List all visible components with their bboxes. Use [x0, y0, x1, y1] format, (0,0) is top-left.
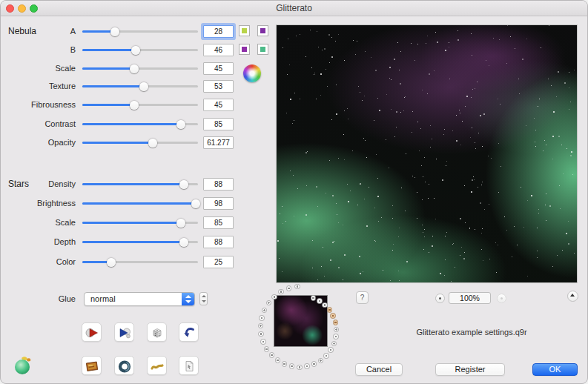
memory-dot[interactable] [317, 298, 323, 304]
slider-row-texture: Texture [1, 80, 272, 93]
texture-slider[interactable] [82, 80, 198, 93]
contrast-slider[interactable] [82, 118, 198, 130]
a-value-field[interactable] [203, 25, 234, 38]
color-swatch-b-1[interactable] [239, 44, 250, 55]
ring-button[interactable] [114, 356, 134, 375]
fibrousness-value-field[interactable] [203, 99, 234, 111]
preview-canvas[interactable] [276, 24, 578, 283]
scale-slider[interactable] [82, 216, 198, 229]
memory-dot[interactable] [258, 331, 264, 337]
color-swatch-a-1[interactable] [239, 25, 250, 36]
slider-row-color: Color [1, 256, 272, 268]
slider-handle[interactable] [176, 219, 185, 228]
memory-dot[interactable] [297, 365, 303, 371]
memory-dot[interactable] [311, 361, 317, 367]
slider-handle[interactable] [148, 139, 157, 148]
memory-dot[interactable] [286, 285, 292, 291]
scale-value-field[interactable] [203, 62, 234, 75]
slider-handle[interactable] [179, 180, 188, 189]
memory-dot[interactable] [269, 352, 275, 358]
memory-dot[interactable] [260, 339, 266, 345]
contrast-value-field[interactable] [203, 118, 234, 130]
slider-handle[interactable] [130, 64, 139, 73]
help-button[interactable]: ? [356, 291, 369, 304]
memory-dot[interactable] [318, 358, 324, 364]
b-value-field[interactable] [203, 44, 234, 56]
memory-dot[interactable] [271, 294, 277, 300]
memory-dot[interactable] [323, 353, 329, 359]
zoom-out-button[interactable] [435, 294, 445, 303]
b-slider[interactable] [82, 44, 198, 56]
slider-handle[interactable] [139, 82, 148, 91]
memory-dot[interactable] [278, 289, 284, 295]
slider-handle[interactable] [179, 238, 188, 247]
memory-dot[interactable] [289, 363, 295, 369]
color-slider[interactable] [82, 256, 198, 268]
nebula-render [277, 25, 577, 282]
memory-dot[interactable] [327, 307, 333, 313]
paste-settings-button[interactable] [179, 356, 199, 375]
slider-row-b: B [1, 44, 272, 56]
texture-value-field[interactable] [203, 80, 234, 93]
slider-label: Contrast [1, 118, 76, 130]
memory-dot[interactable] [333, 334, 339, 340]
slider-row-contrast: Contrast [1, 118, 272, 130]
memory-dot[interactable] [275, 357, 281, 363]
slider-handle[interactable] [107, 258, 116, 267]
scale-value-field[interactable] [203, 216, 234, 229]
memory-dot[interactable] [328, 347, 334, 353]
memory-dot[interactable] [262, 308, 268, 314]
popup-chevrons-icon [182, 293, 194, 305]
slider-label: Texture [1, 80, 76, 93]
slider-handle[interactable] [176, 120, 185, 129]
memory-dot[interactable] [304, 363, 310, 369]
zoom-level-field[interactable]: 100% [449, 292, 491, 304]
glue-stepper[interactable] [199, 292, 208, 305]
brightness-value-field[interactable] [203, 197, 234, 210]
color-swatch-a-2[interactable] [257, 25, 268, 36]
red-arrow-dice-button[interactable] [82, 322, 102, 342]
density-value-field[interactable] [203, 178, 234, 191]
cancel-button[interactable]: Cancel [355, 363, 403, 376]
memory-dot[interactable] [259, 315, 265, 321]
ok-button[interactable]: OK [532, 363, 578, 376]
density-slider[interactable] [82, 178, 198, 191]
memory-dot[interactable] [331, 341, 337, 347]
squiggle-button[interactable] [147, 356, 167, 375]
depth-value-field[interactable] [203, 236, 234, 248]
photo-button[interactable] [82, 356, 102, 375]
register-button[interactable]: Register [435, 363, 505, 376]
a-slider[interactable] [82, 25, 198, 38]
slider-label: Scale [1, 216, 76, 229]
memory-dot[interactable] [334, 327, 340, 333]
zoom-in-button[interactable] [497, 294, 506, 303]
blue-arrow-dice-button[interactable] [114, 322, 134, 342]
color-swatch-b-2[interactable] [257, 44, 268, 55]
memory-dot[interactable] [282, 361, 288, 367]
dice-button[interactable] [147, 322, 167, 342]
slider-handle[interactable] [110, 27, 119, 36]
glue-popup[interactable]: normal [84, 292, 195, 306]
color-value-field[interactable] [203, 256, 234, 268]
memory-dot[interactable] [258, 323, 264, 329]
glue-label: Glue [1, 293, 76, 305]
slider-handle[interactable] [131, 46, 140, 55]
scale-slider[interactable] [82, 62, 198, 75]
undo-arrow-button[interactable] [179, 322, 199, 342]
slider-handle[interactable] [130, 101, 139, 110]
depth-slider[interactable] [82, 236, 198, 248]
color-wheel-icon[interactable] [243, 64, 261, 82]
slider-row-opacity: Opacity [1, 136, 272, 149]
memory-dot[interactable] [264, 346, 270, 352]
memory-dot[interactable] [330, 313, 336, 319]
memory-dot[interactable] [322, 302, 328, 308]
fibrousness-slider[interactable] [82, 99, 198, 111]
memory-dot[interactable] [294, 284, 300, 290]
panel-expand-button[interactable] [567, 291, 578, 302]
opacity-slider[interactable] [82, 136, 198, 149]
memory-dot[interactable] [333, 320, 339, 325]
brightness-slider[interactable] [82, 197, 198, 210]
slider-handle[interactable] [191, 199, 200, 208]
slider-row-a: A [1, 25, 272, 38]
opacity-value-field[interactable] [203, 136, 234, 149]
